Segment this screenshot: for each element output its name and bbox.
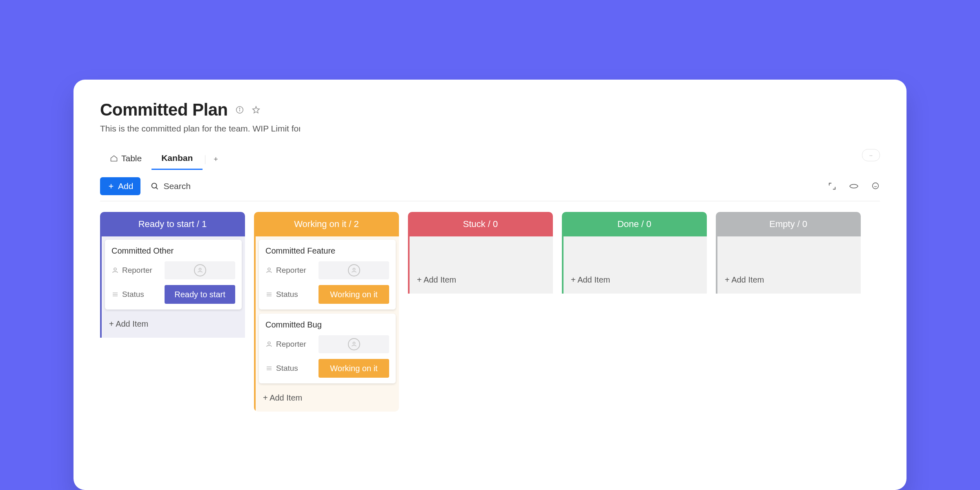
reporter-label: Reporter — [276, 340, 306, 349]
tab-table[interactable]: Table — [100, 149, 151, 170]
avatar-icon — [348, 338, 360, 350]
column-done: Done / 0 + Add Item — [562, 212, 707, 412]
person-icon — [265, 341, 273, 348]
add-item-working[interactable]: + Add Item — [259, 388, 396, 404]
person-icon — [265, 267, 273, 274]
svg-point-20 — [353, 342, 355, 344]
card-reporter-row: Reporter — [111, 261, 235, 279]
status-icon — [265, 365, 273, 372]
card-reporter-row: Reporter — [265, 261, 389, 279]
header: Committed Plan — [100, 100, 880, 120]
search-icon — [150, 182, 159, 191]
svg-point-19 — [268, 342, 270, 344]
column-ready-header[interactable]: Ready to start / 1 — [100, 212, 245, 236]
column-done-body: + Add Item — [562, 236, 707, 294]
card-status-row: Status Working on it — [265, 359, 389, 378]
column-stuck-header[interactable]: Stuck / 0 — [408, 212, 553, 236]
tab-table-label: Table — [121, 154, 142, 163]
tab-kanban[interactable]: Kanban — [151, 149, 203, 170]
info-icon[interactable] — [235, 105, 244, 114]
plus-icon — [107, 183, 115, 190]
column-working-header[interactable]: Working on it / 2 — [254, 212, 399, 236]
column-working: Working on it / 2 Committed Feature Repo… — [254, 212, 399, 412]
column-working-body: Committed Feature Reporter St — [254, 236, 399, 412]
status-chip[interactable]: Working on it — [318, 285, 389, 304]
reporter-field[interactable] — [165, 261, 235, 279]
add-item-empty[interactable]: + Add Item — [721, 270, 858, 286]
card-status-row: Status Working on it — [265, 285, 389, 304]
card-title: Committed Feature — [265, 246, 389, 256]
status-chip[interactable]: Working on it — [318, 359, 389, 378]
star-icon[interactable] — [252, 105, 261, 114]
column-done-header[interactable]: Done / 0 — [562, 212, 707, 236]
search-label: Search — [163, 181, 191, 191]
svg-point-9 — [114, 268, 116, 270]
card-title: Committed Bug — [265, 320, 389, 330]
add-item-stuck[interactable]: + Add Item — [413, 270, 550, 286]
board-title: Committed Plan — [100, 100, 228, 120]
svg-marker-3 — [252, 107, 259, 113]
comment-icon[interactable] — [871, 182, 880, 191]
svg-line-7 — [156, 187, 158, 189]
tab-add[interactable]: + — [208, 151, 224, 168]
search-input[interactable]: Search — [150, 181, 191, 191]
svg-point-8 — [873, 183, 879, 189]
reporter-label: Reporter — [276, 266, 306, 275]
avatar-icon — [348, 264, 360, 276]
column-empty-body: + Add Item — [716, 236, 861, 294]
home-icon — [110, 154, 118, 163]
view-icon[interactable] — [849, 183, 859, 190]
card-title: Committed Other — [111, 246, 235, 256]
svg-point-10 — [199, 268, 201, 270]
status-label: Status — [276, 364, 298, 373]
person-icon — [111, 267, 119, 274]
view-tabs: Table Kanban + — [100, 149, 880, 170]
status-icon — [111, 291, 119, 298]
column-ready: Ready to start / 1 Committed Other Repor… — [100, 212, 245, 412]
column-stuck-body: + Add Item — [408, 236, 553, 294]
add-item-done[interactable]: + Add Item — [567, 270, 704, 286]
column-ready-body: Committed Other Reporter Stat — [100, 236, 245, 338]
svg-point-15 — [353, 268, 355, 270]
kanban-board: Ready to start / 1 Committed Other Repor… — [100, 212, 880, 412]
status-label: Status — [276, 290, 298, 299]
expand-icon[interactable] — [828, 182, 837, 191]
reporter-field[interactable] — [318, 335, 389, 353]
action-bar: Add Search — [100, 177, 880, 201]
reporter-label: Reporter — [122, 266, 152, 275]
card-committed-bug[interactable]: Committed Bug Reporter Status — [259, 314, 396, 383]
svg-point-14 — [268, 268, 270, 270]
column-stuck: Stuck / 0 + Add Item — [408, 212, 553, 412]
board-window: ·· Committed Plan This is the committed … — [74, 80, 906, 490]
add-button-label: Add — [118, 181, 133, 191]
status-label: Status — [122, 290, 144, 299]
status-icon — [265, 291, 273, 298]
view-options-pill[interactable]: ·· — [862, 149, 880, 161]
column-empty-header[interactable]: Empty / 0 — [716, 212, 861, 236]
svg-point-6 — [152, 183, 157, 188]
svg-point-2 — [239, 108, 240, 109]
tab-kanban-label: Kanban — [161, 153, 193, 163]
board-subtitle: This is the committed plan for the team.… — [100, 124, 300, 134]
avatar-icon — [194, 264, 206, 276]
add-button[interactable]: Add — [100, 177, 140, 195]
reporter-field[interactable] — [318, 261, 389, 279]
card-committed-feature[interactable]: Committed Feature Reporter St — [259, 240, 396, 310]
card-committed-other[interactable]: Committed Other Reporter Stat — [105, 240, 242, 310]
column-empty: Empty / 0 + Add Item — [716, 212, 861, 412]
card-status-row: Status Ready to start — [111, 285, 235, 304]
status-chip[interactable]: Ready to start — [165, 285, 235, 304]
add-item-ready[interactable]: + Add Item — [105, 314, 242, 330]
tab-separator — [205, 155, 205, 164]
card-reporter-row: Reporter — [265, 335, 389, 353]
